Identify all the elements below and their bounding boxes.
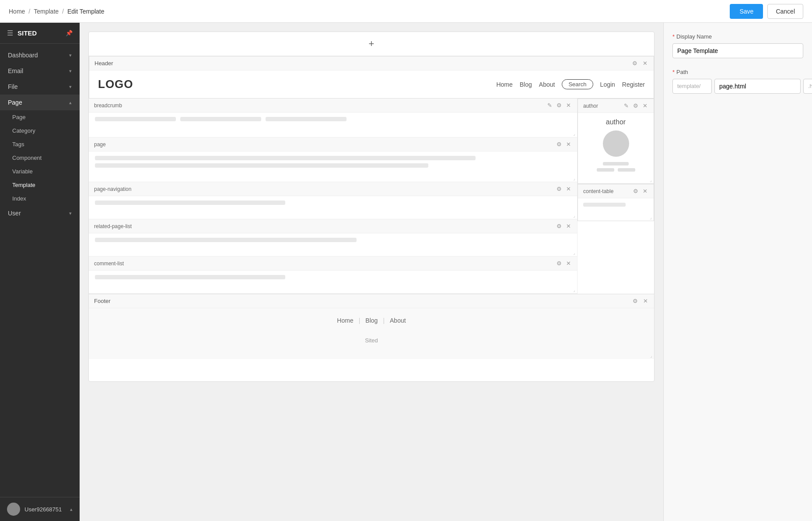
- page-remove-button[interactable]: ✕: [565, 140, 572, 148]
- comment-list-block: comment-list ⚙ ✕ ⌟: [89, 257, 577, 294]
- resize-icon: ⌟: [650, 178, 652, 183]
- related-page-list-settings-button[interactable]: ⚙: [556, 222, 563, 230]
- breadcrumb-settings-button[interactable]: ⚙: [556, 101, 563, 109]
- sidebar-sub-item-index[interactable]: Index: [0, 192, 80, 205]
- page-navigation-actions: ⚙ ✕: [556, 185, 572, 193]
- sidebar-item-page[interactable]: Page ▴: [0, 95, 80, 110]
- author-label: author: [583, 103, 598, 109]
- chevron-down-icon: ▾: [69, 53, 72, 58]
- page-navigation-remove-button[interactable]: ✕: [565, 185, 572, 193]
- nav-about: About: [539, 81, 555, 88]
- resize-icon: ⌟: [573, 213, 575, 218]
- page-navigation-label: page-navigation: [94, 186, 131, 192]
- breadcrumb-sep-2: /: [62, 8, 64, 15]
- page-navigation-settings-button[interactable]: ⚙: [556, 185, 563, 193]
- path-input[interactable]: [714, 79, 801, 94]
- brand-name: SITED: [18, 29, 37, 37]
- page-navigation-header: page-navigation ⚙ ✕: [89, 182, 577, 196]
- author-remove-button[interactable]: ✕: [642, 102, 648, 110]
- editor-canvas: + Header ⚙ ✕ LOGO Home: [80, 23, 663, 521]
- author-edit-button[interactable]: ✎: [623, 102, 630, 110]
- body-layout: breadcrumb ✎ ⚙ ✕: [89, 99, 654, 294]
- footer-settings-button[interactable]: ⚙: [632, 297, 639, 305]
- sidebar-item-dashboard[interactable]: Dashboard ▾: [0, 47, 80, 63]
- right-panel: *Display Name *Path template/ .html: [663, 23, 812, 521]
- sidebar-brand: ☰ SITED 📌: [0, 23, 80, 44]
- content-table-content: [578, 198, 654, 214]
- sidebar-sub-item-page[interactable]: Page: [0, 110, 80, 124]
- resize-icon: ⌟: [650, 215, 652, 220]
- footer-sep-1: |: [359, 317, 360, 324]
- logo: LOGO: [98, 77, 133, 91]
- related-page-list-actions: ⚙ ✕: [556, 222, 572, 230]
- path-prefix: template/: [672, 79, 712, 94]
- footer-nav: Home | Blog | About: [98, 317, 645, 324]
- cancel-button[interactable]: Cancel: [767, 4, 803, 19]
- content-table-settings-button[interactable]: ⚙: [632, 187, 639, 195]
- sidebar-item-label: Email: [8, 67, 23, 74]
- author-meta-line-2: [597, 168, 614, 172]
- footer-section-label: Footer: [94, 298, 111, 304]
- path-label: *Path: [672, 69, 803, 75]
- author-content: author: [578, 113, 654, 177]
- author-block: author ✎ ⚙ ✕ author: [578, 99, 654, 184]
- footer-remove-button[interactable]: ✕: [642, 297, 649, 305]
- breadcrumb-remove-button[interactable]: ✕: [565, 101, 572, 109]
- author-settings-button[interactable]: ⚙: [632, 102, 639, 110]
- sidebar-sub-item-component[interactable]: Component: [0, 151, 80, 165]
- footer-brand: Sited: [98, 337, 645, 344]
- header-nav: Home Blog About Search Login Register: [496, 79, 645, 89]
- comment-list-remove-button[interactable]: ✕: [565, 259, 572, 268]
- username: User92668751: [24, 506, 66, 513]
- page-header: page ⚙ ✕: [89, 137, 577, 151]
- sidebar-item-label: Page: [8, 99, 22, 106]
- breadcrumb-template[interactable]: Template: [34, 8, 59, 15]
- breadcrumb-sep-1: /: [28, 8, 30, 15]
- author-meta-line-1: [603, 162, 629, 165]
- breadcrumb-home[interactable]: Home: [9, 8, 25, 15]
- sidebar-item-user[interactable]: User ▾: [0, 205, 80, 221]
- comment-list-header: comment-list ⚙ ✕: [89, 257, 577, 271]
- display-name-label: *Display Name: [672, 33, 803, 40]
- sidebar-sub-item-variable[interactable]: Variable: [0, 165, 80, 178]
- header-remove-button[interactable]: ✕: [642, 59, 648, 67]
- header-section-actions: ⚙ ✕: [631, 59, 648, 67]
- sidebar-sub-item-template[interactable]: Template: [0, 178, 80, 192]
- content-table-block: content-table ⚙ ✕ ⌟: [578, 184, 654, 221]
- related-page-list-header: related-page-list ⚙ ✕: [89, 219, 577, 233]
- sidebar-footer: User92668751 ▴: [0, 497, 80, 521]
- footer-nav-about: About: [390, 317, 406, 324]
- page-settings-button[interactable]: ⚙: [556, 140, 563, 148]
- add-row: +: [89, 32, 654, 56]
- nav-search[interactable]: Search: [562, 79, 593, 89]
- sidebar-item-email[interactable]: Email ▾: [0, 63, 80, 79]
- author-avatar: [603, 130, 629, 157]
- chevron-up-icon[interactable]: ▴: [70, 507, 73, 512]
- menu-icon[interactable]: ☰: [7, 29, 13, 37]
- pin-icon[interactable]: 📌: [66, 30, 73, 36]
- display-name-input[interactable]: [672, 43, 803, 58]
- content-table-actions: ⚙ ✕: [632, 187, 648, 195]
- related-page-list-block: related-page-list ⚙ ✕ ⌟: [89, 219, 577, 257]
- sidebar-nav: Dashboard ▾ Email ▾ File ▾ Page ▴ Page C…: [0, 44, 80, 497]
- breadcrumb-content: [89, 113, 577, 130]
- right-col: author ✎ ⚙ ✕ author: [578, 99, 654, 294]
- comment-list-settings-button[interactable]: ⚙: [556, 259, 563, 268]
- sidebar-sub-item-tags[interactable]: Tags: [0, 137, 80, 151]
- sidebar-item-label: User: [8, 210, 21, 217]
- sidebar-item-file[interactable]: File ▾: [0, 79, 80, 95]
- footer-section-header: Footer ⚙ ✕: [89, 294, 654, 308]
- add-block-button[interactable]: +: [369, 38, 374, 49]
- comment-list-content: [89, 271, 577, 287]
- sidebar-sub-item-category[interactable]: Category: [0, 124, 80, 137]
- breadcrumb-block: breadcrumb ✎ ⚙ ✕: [89, 99, 577, 137]
- content-table-remove-button[interactable]: ✕: [642, 187, 648, 195]
- header-settings-button[interactable]: ⚙: [631, 59, 638, 67]
- save-button[interactable]: Save: [730, 4, 763, 19]
- related-page-list-remove-button[interactable]: ✕: [565, 222, 572, 230]
- topbar-actions: Save Cancel: [730, 4, 803, 19]
- sidebar: ☰ SITED 📌 Dashboard ▾ Email ▾ File ▾ Pag…: [0, 23, 80, 521]
- breadcrumb-edit-button[interactable]: ✎: [546, 101, 553, 109]
- author-actions: ✎ ⚙ ✕: [623, 102, 648, 110]
- path-suffix: .html: [803, 79, 812, 94]
